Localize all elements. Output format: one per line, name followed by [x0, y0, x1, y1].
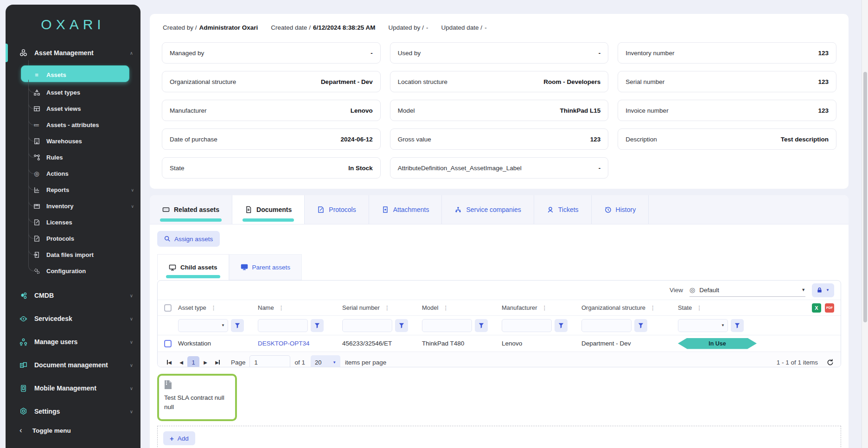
filter-model-input[interactable] — [422, 319, 472, 332]
field-asset-image[interactable]: AttributeDefinition_Asset_AssetImage_Lab… — [390, 157, 609, 179]
assign-assets-button[interactable]: Assign assets — [157, 231, 220, 247]
refresh-icon[interactable] — [826, 358, 834, 366]
subtab-child-assets[interactable]: Child assets — [157, 254, 229, 280]
last-page-button[interactable]: ▶ — [211, 356, 223, 367]
asset-management-submenu: ≡ Assets Asset types Asset views ≔ Asset… — [6, 63, 140, 284]
cell-name-link[interactable]: DESKTOP-OPT34 — [258, 340, 342, 347]
view-select[interactable]: ◎ Default ▼ — [689, 284, 805, 297]
sidebar-item-mobile-management[interactable]: Mobile Management ∨ — [6, 377, 140, 400]
filter-org-structure-input[interactable] — [581, 319, 632, 332]
toggle-menu-button[interactable]: ‹ Toggle menu — [6, 426, 140, 435]
filter-asset-type-input[interactable] — [178, 319, 228, 332]
sidebar-item-assets-attributes[interactable]: ≔ Assets - attributes — [6, 117, 140, 133]
field-date-of-purchase[interactable]: Date of purchase2024-06-12 — [162, 128, 381, 150]
sidebar-item-cmdb[interactable]: CMDB ∨ — [6, 284, 140, 307]
field-description[interactable]: DescriptionTest description — [618, 128, 836, 150]
sidebar-item-protocols[interactable]: Protocols — [6, 230, 140, 247]
filter-model-button[interactable] — [475, 319, 488, 332]
export-excel-icon[interactable]: X — [812, 303, 821, 313]
sidebar-item-settings[interactable]: Settings ∨ — [6, 400, 140, 423]
scrollbar-thumb[interactable] — [863, 72, 867, 322]
field-gross-value[interactable]: Gross value123 — [390, 128, 609, 150]
field-state[interactable]: StateIn Stock — [162, 157, 381, 179]
select-all-checkbox[interactable] — [164, 304, 172, 312]
sidebar-item-data-files-import[interactable]: Data files import — [6, 247, 140, 263]
filter-state-input[interactable] — [678, 319, 728, 332]
tab-documents[interactable]: Documents — [232, 195, 305, 224]
add-document-button[interactable]: + Add — [163, 431, 195, 445]
created-by: Created by /Administrator Oxari — [163, 24, 258, 31]
filter-name-button[interactable] — [311, 319, 324, 332]
column-menu-icon[interactable]: ⋮ — [211, 305, 217, 311]
tab-protocols[interactable]: Protocols — [305, 195, 369, 224]
sidebar-item-servicedesk[interactable]: Servicedesk ∨ — [6, 307, 140, 330]
sidebar-item-manage-users[interactable]: Manage users ∨ — [6, 330, 140, 353]
field-organizational-structure[interactable]: Organizational structureDepartment - Dev — [162, 71, 381, 92]
field-serial-number[interactable]: Serial number123 — [618, 71, 836, 92]
chevron-down-icon: ▼ — [801, 288, 805, 292]
table-row[interactable]: Workstation DESKTOP-OPT34 456233/32546/E… — [158, 335, 841, 352]
sidebar-item-assets[interactable]: ≡ Assets — [6, 65, 140, 84]
chevron-down-icon: ∨ — [130, 363, 133, 368]
sidebar-item-warehouses[interactable]: Warehouses — [6, 133, 140, 149]
attributes-list-icon: ≔ — [32, 122, 41, 128]
page-number-input[interactable] — [249, 355, 290, 367]
current-page-button[interactable]: 1 — [187, 356, 199, 367]
row-checkbox[interactable] — [164, 340, 172, 347]
filter-serial-number-input[interactable] — [342, 319, 392, 332]
column-menu-icon[interactable]: ⋮ — [279, 305, 284, 311]
field-inventory-number[interactable]: Inventory number123 — [618, 42, 836, 64]
field-managed-by[interactable]: Managed by- — [162, 42, 381, 64]
column-menu-icon[interactable]: ⋮ — [542, 305, 548, 311]
page-size-select[interactable]: 20 ▼ — [311, 355, 340, 367]
filter-name-input[interactable] — [258, 319, 308, 332]
document-pencil-icon — [32, 219, 41, 226]
filter-serial-number-button[interactable] — [395, 319, 408, 332]
field-location-structure[interactable]: Location structureRoom - Developers — [390, 71, 609, 92]
tab-related-assets[interactable]: Related assets — [150, 195, 232, 224]
items-per-page-label: items per page — [345, 359, 386, 366]
column-menu-icon[interactable]: ⋮ — [650, 305, 656, 311]
pagination-bar: ◀ ◀ 1 ▶ ▶ Page of 1 20 ▼ items per page … — [158, 352, 841, 367]
document-tile-selected[interactable]: Test SLA contract null null — [157, 374, 237, 421]
assign-assets-row: Assign assets — [150, 224, 849, 250]
tab-attachments[interactable]: Attachments — [369, 195, 442, 224]
tab-service-companies[interactable]: Service companies — [442, 195, 534, 224]
field-used-by[interactable]: Used by- — [390, 42, 609, 64]
first-page-button[interactable]: ◀ — [163, 356, 175, 367]
sidebar-item-licenses[interactable]: Licenses — [6, 214, 140, 230]
sidebar-item-reports[interactable]: Reports ∨ — [6, 182, 140, 198]
filter-org-structure-button[interactable] — [634, 319, 647, 332]
sidebar-item-asset-types[interactable]: Asset types — [6, 84, 140, 101]
subtab-parent-assets[interactable]: Parent assets — [229, 254, 302, 280]
field-invoice-number[interactable]: Invoice number123 — [618, 100, 836, 121]
field-manufacturer[interactable]: ManufacturerLenovo — [162, 100, 381, 121]
column-menu-icon[interactable]: ⋮ — [696, 305, 702, 311]
lock-view-button[interactable]: ▼ — [812, 283, 834, 297]
tab-history[interactable]: History — [592, 195, 649, 224]
next-page-button[interactable]: ▶ — [199, 356, 211, 367]
table-icon — [32, 105, 41, 112]
sidebar-item-inventory[interactable]: Inventory ∨ — [6, 198, 140, 214]
chevron-up-icon: ∧ — [130, 51, 133, 56]
sidebar-item-asset-views[interactable]: Asset views — [6, 101, 140, 117]
vertical-scrollbar[interactable] — [862, 0, 868, 448]
chevron-down-icon: ∨ — [130, 409, 133, 414]
field-model[interactable]: ModelThinkPad L15 — [390, 100, 609, 121]
column-menu-icon[interactable]: ⋮ — [384, 305, 390, 311]
filter-manufacturer-input[interactable] — [502, 319, 552, 332]
prev-page-button[interactable]: ◀ — [175, 356, 187, 367]
sidebar-item-rules[interactable]: Rules — [6, 149, 140, 166]
tab-tickets[interactable]: Tickets — [534, 195, 592, 224]
chevron-down-icon: ∨ — [131, 188, 134, 192]
filter-state-button[interactable] — [731, 319, 744, 332]
filter-manufacturer-button[interactable] — [555, 319, 568, 332]
sidebar-item-configuration[interactable]: Configuration — [6, 263, 140, 279]
org-hierarchy-icon — [454, 206, 462, 213]
column-menu-icon[interactable]: ⋮ — [443, 305, 448, 311]
sidebar-item-document-management[interactable]: Document management ∨ — [6, 353, 140, 377]
sidebar-item-asset-management[interactable]: Asset Management ∧ — [6, 43, 140, 63]
export-pdf-icon[interactable]: PDF — [825, 303, 834, 313]
sidebar-item-actions[interactable]: ◎ Actions — [6, 166, 140, 182]
filter-asset-type-button[interactable] — [231, 319, 244, 332]
